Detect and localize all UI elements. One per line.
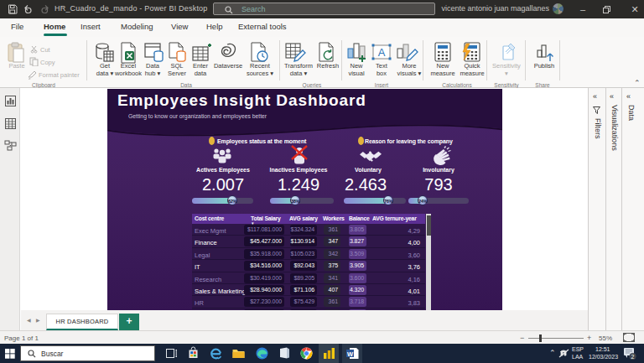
svg-text:2: 2 <box>631 354 635 360</box>
svg-text:A: A <box>378 46 386 59</box>
svg-text:W: W <box>347 350 354 358</box>
